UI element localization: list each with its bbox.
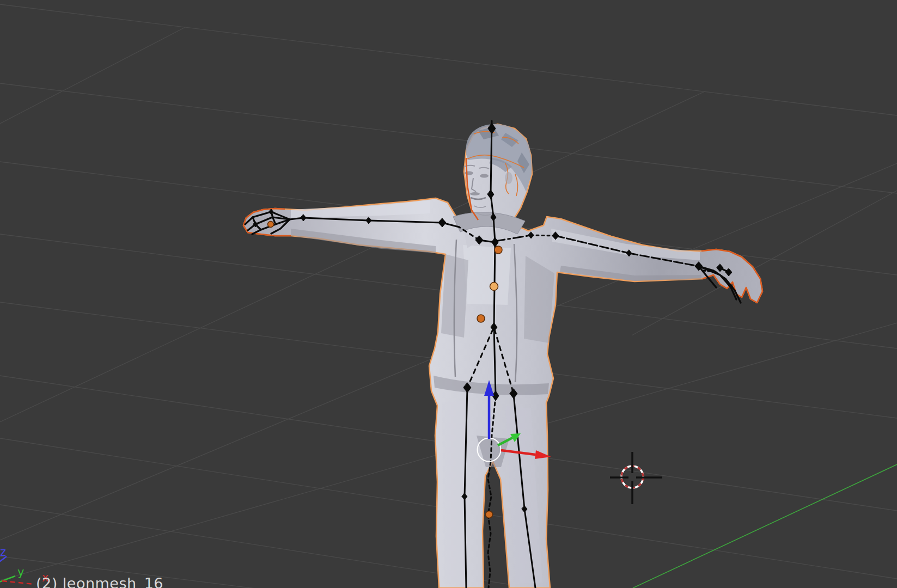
mini-axis-x-line <box>2 581 34 584</box>
3d-viewport[interactable]: z y x (2) leonmesh_16 <box>0 0 897 588</box>
mini-axis-z-label: z <box>0 546 6 559</box>
viewport-status-label: (2) leonmesh_16 <box>36 575 163 588</box>
mini-axis-y-label: y <box>17 566 24 579</box>
y-axis-line <box>633 464 897 588</box>
3d-cursor <box>610 452 662 504</box>
